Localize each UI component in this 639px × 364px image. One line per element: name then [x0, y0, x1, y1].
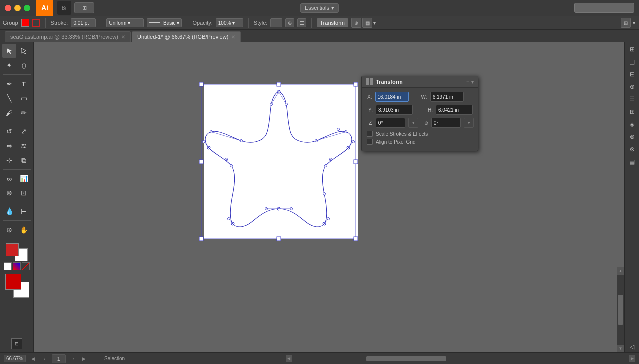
free-transform-tool[interactable]: ⊹: [2, 153, 16, 167]
prev-artboard-button[interactable]: ◀: [30, 355, 37, 362]
tab-seaglass-close[interactable]: ✕: [121, 34, 125, 40]
align-pixel-checkbox[interactable]: [367, 139, 373, 145]
style-options-button[interactable]: ☰: [297, 18, 306, 27]
h-scroll-track[interactable]: [292, 356, 629, 362]
workspace-arrange-button[interactable]: ⊞: [621, 18, 631, 28]
zoom-display[interactable]: 66.67%: [4, 355, 26, 362]
style-swatch[interactable]: [270, 18, 282, 27]
scroll-down-button[interactable]: ▼: [617, 345, 624, 352]
link-wh-button[interactable]: [467, 93, 474, 101]
essentials-button[interactable]: Essentials ▾: [300, 3, 339, 13]
fill-indicator[interactable]: [32, 19, 40, 27]
maximize-button[interactable]: [24, 5, 30, 11]
shape-tool[interactable]: ▭: [17, 91, 31, 105]
rotate-dropdown[interactable]: ▾: [408, 118, 418, 128]
right-panel-btn-10[interactable]: ▤: [627, 156, 638, 167]
scroll-up-button[interactable]: ▲: [617, 267, 624, 275]
shear-dropdown[interactable]: ▾: [464, 118, 474, 128]
opacity-dropdown[interactable]: 100% ▾: [216, 18, 243, 27]
minimize-button[interactable]: [14, 5, 21, 11]
lasso-tool[interactable]: ⬯: [17, 58, 31, 72]
y-field[interactable]: 8.9103 in: [376, 105, 413, 115]
search-input[interactable]: [574, 3, 634, 13]
tab-untitled[interactable]: Untitled-1* @ 66.67% (RGB/Preview) ✕: [132, 31, 241, 42]
fg-color-swatch[interactable]: [5, 274, 21, 290]
h-scroll-thumb[interactable]: [366, 356, 446, 361]
artboard-number[interactable]: 1: [52, 354, 66, 363]
right-panel-btn-3[interactable]: ⊟: [627, 69, 638, 80]
color-mode-empty[interactable]: [22, 262, 30, 270]
zoom-tool[interactable]: ⊕: [2, 223, 16, 237]
right-panel-btn-8[interactable]: ⊛: [627, 131, 638, 142]
right-panel-btn-6[interactable]: ⊞: [627, 106, 638, 117]
warp-tool[interactable]: ≋: [17, 139, 31, 153]
pathfinder-button[interactable]: ▦: [362, 18, 372, 28]
right-panel-bottom-btn[interactable]: ◁: [627, 341, 638, 352]
perspective-grid-tool[interactable]: ⊡: [17, 186, 31, 200]
type-tool[interactable]: T: [17, 77, 31, 91]
tab-untitled-close[interactable]: ✕: [231, 34, 235, 40]
magic-wand-tool[interactable]: ✦: [2, 58, 16, 72]
transform-panel-collapse[interactable]: ▾: [471, 79, 474, 85]
workspace-menu-button[interactable]: ▾: [633, 20, 635, 26]
rotate-tool[interactable]: ↺: [2, 124, 16, 138]
measure-tool[interactable]: ⊢: [17, 204, 31, 218]
svg-rect-3: [354, 82, 358, 86]
bridge-logo[interactable]: Br: [57, 1, 71, 15]
close-button[interactable]: [5, 5, 11, 11]
prev-page-button[interactable]: ‹: [41, 355, 48, 362]
v-scroll-thumb[interactable]: [618, 295, 623, 325]
transform-panel-options[interactable]: ≡: [466, 79, 469, 85]
rotate-field[interactable]: 0°: [376, 118, 405, 128]
right-panel-btn-4[interactable]: ⊕: [627, 81, 638, 92]
v-scroll-track[interactable]: [617, 275, 624, 345]
h-field[interactable]: 6.0421 in: [436, 105, 473, 115]
scroll-left-button[interactable]: ◀: [286, 355, 292, 362]
eyedropper-tool[interactable]: 💧: [2, 204, 16, 218]
right-panel-btn-2[interactable]: ◫: [627, 56, 638, 67]
artboard-icon[interactable]: ⊟: [11, 338, 22, 349]
right-panel-btn-9[interactable]: ⊗: [627, 144, 638, 155]
right-panel-btn-1[interactable]: ⊞: [627, 44, 638, 55]
stroke-type-dropdown[interactable]: Uniform ▾: [106, 18, 144, 27]
v-scrollbar[interactable]: ▲ ▼: [617, 267, 624, 352]
canvas-area[interactable]: Transform ≡ ▾ X: 16.0184 in W: 6.1971 in: [34, 42, 624, 352]
hand-tool[interactable]: ✋: [17, 223, 31, 237]
paintbrush-tool[interactable]: 🖌: [2, 106, 16, 120]
scale-tool[interactable]: ⤢: [17, 124, 31, 138]
selection-tool[interactable]: [2, 44, 16, 58]
shear-field[interactable]: 0°: [431, 118, 461, 128]
x-field[interactable]: 16.0184 in: [375, 92, 409, 102]
direct-selection-tool[interactable]: [17, 44, 31, 58]
align-button[interactable]: ⊕: [351, 18, 361, 28]
stroke-swatch-fg[interactable]: [6, 243, 19, 256]
right-panel-btn-7[interactable]: ◈: [627, 119, 638, 130]
color-mode-none[interactable]: [4, 262, 12, 270]
right-panel-btn-5[interactable]: ☰: [627, 94, 638, 105]
tab-seaglass[interactable]: seaGlassLamp.ai @ 33.33% (RGB/Preview) ✕: [5, 31, 131, 42]
profile-dropdown[interactable]: Basic ▾: [147, 18, 182, 27]
color-mode-gradient[interactable]: [13, 262, 21, 270]
pencil-tool[interactable]: ✏: [17, 106, 31, 120]
column-graph-tool[interactable]: 📊: [17, 172, 31, 185]
stroke-color-swatch[interactable]: [21, 19, 29, 27]
view-button[interactable]: ⊞: [74, 2, 94, 13]
more-options-button[interactable]: ▾: [373, 20, 376, 26]
scale-strokes-checkbox[interactable]: [367, 131, 373, 137]
transform-button[interactable]: Transform: [317, 18, 348, 27]
style-menu-button[interactable]: ⊕: [285, 18, 294, 27]
symbol-sprayer-tool[interactable]: ⊛: [2, 186, 16, 200]
scroll-right-button[interactable]: ▶: [629, 355, 635, 362]
w-field[interactable]: 6.1971 in: [430, 92, 464, 102]
line-tool[interactable]: ╲: [2, 91, 16, 105]
artboard-nav[interactable]: ⊟: [4, 337, 29, 350]
shape-builder-tool[interactable]: ⧉: [17, 153, 31, 167]
h-scrollbar[interactable]: ◀ ▶: [286, 355, 635, 362]
next-page-button[interactable]: ›: [70, 355, 77, 362]
pen-tool[interactable]: ✒: [2, 77, 16, 91]
next-artboard-button[interactable]: ▶: [81, 355, 88, 362]
star-shape-svg[interactable]: [199, 82, 358, 241]
width-tool[interactable]: ⇔: [2, 139, 16, 153]
stroke-value[interactable]: 0.01 pt: [71, 18, 96, 27]
blend-tool[interactable]: ∞: [2, 172, 16, 185]
